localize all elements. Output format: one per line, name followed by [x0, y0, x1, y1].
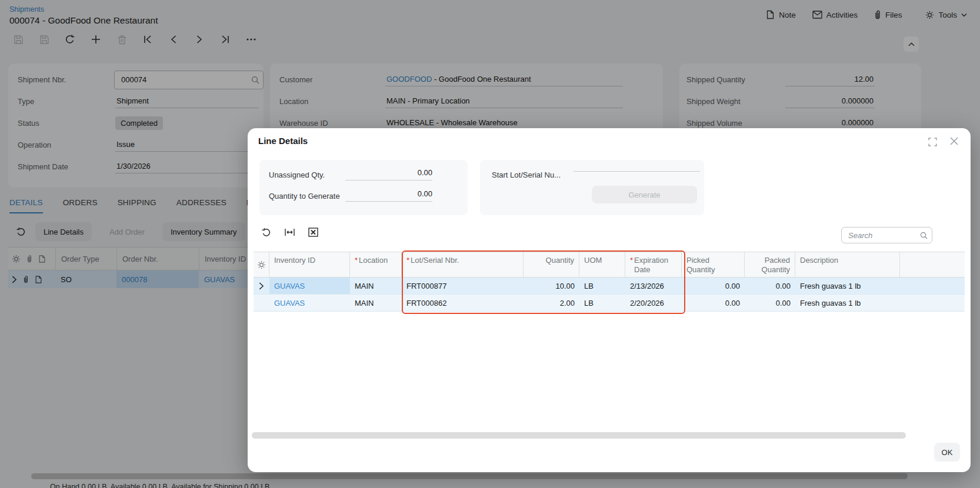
row-expand-icon[interactable]: [254, 278, 269, 294]
modal-title: Line Details: [258, 136, 308, 146]
search-icon[interactable]: [920, 232, 928, 239]
cell-quantity: 10.00: [524, 278, 579, 294]
refresh-icon[interactable]: [261, 227, 271, 238]
export-excel-icon[interactable]: [308, 227, 318, 238]
cell-lot-serial: FRT000877: [402, 278, 524, 294]
col-location[interactable]: *Location: [350, 252, 402, 277]
modal-horizontal-scrollbar[interactable]: [252, 432, 906, 439]
unassigned-qty-value: 0.00: [345, 168, 432, 181]
generate-button[interactable]: Generate: [592, 186, 697, 203]
start-lot-card: Start Lot/Serial Nu... Generate: [480, 160, 704, 215]
col-description[interactable]: Description: [795, 252, 900, 277]
lot-row-2[interactable]: GUAVAS MAIN FRT000862 2.00 LB 2/20/2026 …: [254, 295, 965, 312]
lot-serial-grid: Inventory ID *Location *Lot/Serial Nbr. …: [254, 252, 965, 312]
cell-description: Fresh guavas 1 lb: [795, 278, 900, 294]
unassigned-qty-card: Unassigned Qty. 0.00 Quantity to Generat…: [259, 160, 468, 215]
search-box: [841, 227, 932, 243]
cell-expiration-date: 2/20/2026: [625, 295, 682, 311]
cell-packed-quantity: 0.00: [745, 295, 795, 311]
cell-quantity: 2.00: [524, 295, 579, 311]
col-uom[interactable]: UOM: [579, 252, 625, 277]
fit-width-icon[interactable]: [284, 227, 295, 238]
ok-button[interactable]: OK: [934, 443, 960, 462]
cell-inventory-id: GUAVAS: [269, 295, 350, 311]
fullscreen-icon[interactable]: [928, 138, 937, 146]
qty-to-generate-label: Quantity to Generate: [269, 192, 340, 200]
col-picked-quantity[interactable]: Picked Quantity: [682, 252, 745, 277]
col-inventory-id[interactable]: Inventory ID: [269, 252, 350, 277]
col-packed-quantity[interactable]: Packed Quantity: [745, 252, 795, 277]
cell-picked-quantity: 0.00: [682, 295, 745, 311]
cell-lot-serial: FRT000862: [402, 295, 524, 311]
close-icon[interactable]: [950, 137, 958, 145]
cell-expiration-date: 2/13/2026: [625, 278, 682, 294]
cell-uom: LB: [579, 295, 625, 311]
unassigned-qty-label: Unassigned Qty.: [269, 171, 325, 179]
start-lot-input[interactable]: [574, 168, 700, 172]
cell-inventory-id: GUAVAS: [269, 278, 350, 294]
cell-packed-quantity: 0.00: [745, 278, 795, 294]
cell-description: Fresh guavas 1 lb: [795, 295, 900, 311]
cell-location: MAIN: [350, 295, 402, 311]
screen: Shipments 000074 - GoodFood One Restaura…: [0, 0, 980, 488]
gear-icon[interactable]: [254, 252, 269, 277]
col-lot-serial[interactable]: *Lot/Serial Nbr.: [402, 252, 524, 277]
cell-location: MAIN: [350, 278, 402, 294]
modal-grid-toolbar: [261, 227, 318, 238]
cell-picked-quantity: 0.00: [682, 278, 745, 294]
line-details-modal: Line Details Unassigned Qty. 0.00 Quanti…: [248, 128, 971, 472]
cell-uom: LB: [579, 278, 625, 294]
col-filler: [900, 252, 965, 277]
col-quantity[interactable]: Quantity: [524, 252, 579, 277]
col-expiration-date[interactable]: *Expiration Date: [625, 252, 682, 277]
lot-serial-grid-header: Inventory ID *Location *Lot/Serial Nbr. …: [254, 252, 965, 278]
lot-row-1[interactable]: GUAVAS MAIN FRT000877 10.00 LB 2/13/2026…: [254, 278, 965, 295]
qty-to-generate-value: 0.00: [345, 189, 432, 202]
search-input[interactable]: [847, 230, 920, 240]
start-lot-label: Start Lot/Serial Nu...: [492, 171, 561, 179]
